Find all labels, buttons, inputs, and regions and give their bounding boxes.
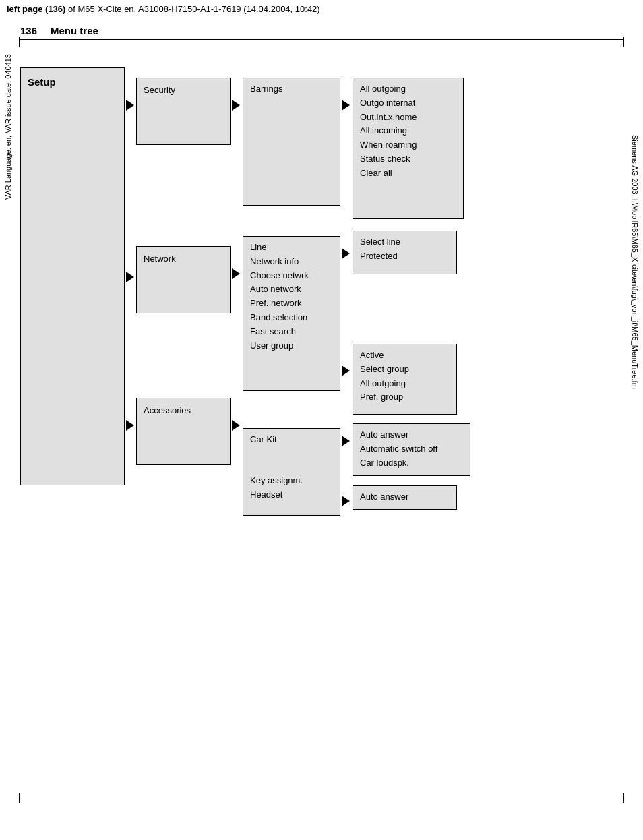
accessories-box: Accessories xyxy=(136,398,231,465)
net-item-8: User group xyxy=(250,339,333,353)
ug-item-3: All outgoing xyxy=(360,377,450,391)
net-item-6: Band selection xyxy=(250,311,333,325)
page-content: 136 Menu tree Setup Security Barrings Al… xyxy=(20,18,623,526)
accessories-label: Accessories xyxy=(144,404,191,418)
barring-item-5: When roaming xyxy=(360,138,456,152)
page-prefix: left page (136) xyxy=(7,4,65,14)
barring-item-3: Out.int.x.home xyxy=(360,111,456,125)
network-items-box: Line Network info Choose netwrk Auto net… xyxy=(243,236,340,391)
ck-item-1: Auto answer xyxy=(360,428,463,442)
headset-children-box: Auto answer xyxy=(353,485,457,510)
barring-item-2: Outgo internat xyxy=(360,96,456,111)
net-item-5: Pref. network xyxy=(250,297,333,311)
net-item-1: Line xyxy=(250,241,333,255)
arrow-headset-children xyxy=(342,496,350,506)
arrow-setup-accessories xyxy=(126,420,134,431)
barrings-items-box: All outgoing Outgo internat Out.int.x.ho… xyxy=(353,78,464,219)
setup-label: Setup xyxy=(28,76,56,88)
arrow-network-items xyxy=(232,268,240,279)
arrow-setup-security xyxy=(126,100,134,111)
page-number: 136 xyxy=(20,25,37,36)
arrow-carkit-children xyxy=(342,436,350,446)
ug-item-4: Pref. group xyxy=(360,390,450,404)
hs-item-1: Auto answer xyxy=(360,490,450,504)
ck-item-2: Automatic switch off xyxy=(360,442,463,456)
top-bar: left page (136) of M65 X-Cite en, A31008… xyxy=(0,0,643,18)
line-children-box: Select line Protected xyxy=(353,231,457,274)
diagram: Setup Security Barrings All outgoing Out… xyxy=(20,54,600,526)
line-child-1: Select line xyxy=(360,235,450,249)
arrow-line-children xyxy=(342,248,350,259)
barring-item-4: All incoming xyxy=(360,124,456,138)
ck-item-3: Car loudspk. xyxy=(360,456,463,471)
arrow-accessories-items xyxy=(232,420,240,431)
carkit-children-box: Auto answer Automatic switch off Car lou… xyxy=(353,423,470,476)
accessories-items-box: Car Kit Key assignm. Headset xyxy=(243,428,340,516)
network-label: Network xyxy=(144,252,176,266)
acc-item-3: Headset xyxy=(250,488,333,502)
corner-bottom-right xyxy=(623,793,624,803)
corner-top-left xyxy=(19,37,20,47)
net-item-7: Fast search xyxy=(250,325,333,339)
corner-top-right xyxy=(623,37,624,47)
arrow-usergroup-children xyxy=(342,365,350,376)
ug-item-1: Active xyxy=(360,349,450,363)
corner-bottom-left xyxy=(19,793,20,803)
barring-item-7: Clear all xyxy=(360,167,456,181)
barrings-box: Barrings xyxy=(243,78,340,206)
security-label: Security xyxy=(144,84,175,98)
barrings-label: Barrings xyxy=(250,82,333,96)
barring-item-6: Status check xyxy=(360,152,456,167)
barring-item-1: All outgoing xyxy=(360,82,456,96)
arrow-setup-network xyxy=(126,272,134,282)
net-item-3: Choose netwrk xyxy=(250,269,333,283)
page-header: 136 Menu tree xyxy=(20,25,623,40)
left-sidebar-text: VAR Language: en; VAR issue date: 040413 xyxy=(4,54,12,200)
security-box: Security xyxy=(136,78,231,145)
line-child-2: Protected xyxy=(360,249,450,264)
arrow-barrings-items xyxy=(342,100,350,111)
usergroup-children-box: Active Select group All outgoing Pref. g… xyxy=(353,344,457,415)
acc-item-2: Key assignm. xyxy=(250,474,333,488)
ug-item-2: Select group xyxy=(360,363,450,377)
net-item-4: Auto network xyxy=(250,282,333,297)
network-box: Network xyxy=(136,246,231,313)
page-title: Menu tree xyxy=(51,25,98,36)
acc-item-1: Car Kit xyxy=(250,433,333,447)
arrow-security-barrings xyxy=(232,100,240,111)
net-item-2: Network info xyxy=(250,255,333,269)
setup-box: Setup xyxy=(20,67,125,485)
right-sidebar-text: Siemens AG 2003, I:\MobilR65\M65_X-cite\… xyxy=(631,135,639,389)
page-suffix: of M65 X-Cite en, A31008-H7150-A1-1-7619… xyxy=(68,4,320,14)
